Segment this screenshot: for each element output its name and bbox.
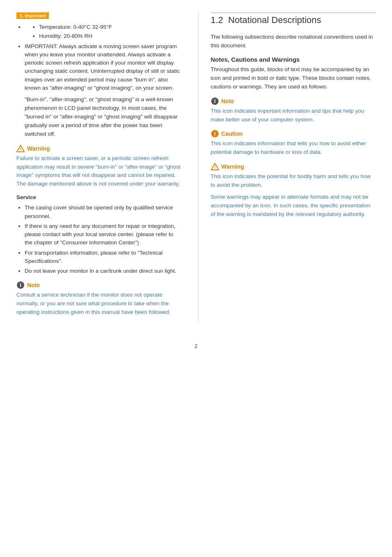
- left-column: 1. Important Temperature: 0-40°C 32-95°F…: [16, 12, 186, 323]
- note-text-right: This icon indicates important informatio…: [211, 107, 376, 124]
- svg-text:!: !: [214, 165, 215, 170]
- caution-icon-right: [211, 130, 219, 138]
- page-number: 2: [0, 343, 392, 349]
- warning-text-right-1: This icon indicates the potential for bo…: [211, 172, 376, 190]
- note-icon-right: [211, 97, 219, 105]
- important-text-2: "Burn-in", "after-imaging", or "ghost im…: [25, 95, 182, 139]
- note-title-right: Note: [211, 97, 376, 105]
- subtitle-text: Throughout this guide, blocks of text ma…: [211, 65, 376, 91]
- important-badge: 1. Important: [16, 12, 49, 19]
- humidity-item: Humidity: 20-80% RH: [39, 32, 182, 40]
- note-icon-1: [16, 281, 25, 289]
- svg-rect-6: [214, 100, 215, 103]
- notes-cautions-subtitle: Notes, Cautions and Warnings: [211, 56, 376, 63]
- service-item-4: Do not leave your monitor in a car/trunk…: [25, 267, 182, 275]
- warning-title-right: ! Warning: [211, 162, 376, 171]
- service-item-3: For transportation information, please r…: [25, 249, 182, 266]
- caution-block-right: Caution This icon indicates information …: [211, 130, 376, 157]
- warning-block-right: ! Warning This icon indicates the potent…: [211, 162, 376, 219]
- service-section: Service The casing cover should be opene…: [16, 194, 182, 275]
- section-title: 1.2 Notational Descriptions: [211, 12, 376, 28]
- warning-text-right-2: Some warnings may appear in alternate fo…: [211, 193, 376, 219]
- temp-item: Temperature: 0-40°C 32-95°F: [39, 23, 182, 31]
- warning-title-1: ! Warning: [16, 144, 182, 153]
- note-block-right: Note This icon indicates important infor…: [211, 97, 376, 124]
- caution-text-right: This icon indicates information that tel…: [211, 139, 376, 157]
- warning-icon-1: !: [16, 144, 25, 153]
- svg-text:!: !: [20, 147, 21, 152]
- svg-rect-4: [20, 283, 21, 284]
- note-title-1: Note: [16, 281, 182, 289]
- service-title: Service: [16, 194, 182, 200]
- right-column: 1.2 Notational Descriptions The followin…: [198, 12, 376, 323]
- warning-icon-right: !: [211, 162, 219, 171]
- svg-rect-9: [214, 132, 215, 135]
- svg-rect-7: [214, 99, 215, 100]
- warning-block-1: ! Warning Failure to activate a screen s…: [16, 144, 182, 189]
- important-text-1: IMPORTANT: Always activate a moving scre…: [25, 42, 182, 139]
- note-block-1: Note Consult a service technician if the…: [16, 281, 182, 317]
- svg-rect-10: [214, 135, 215, 136]
- note-text-1: Consult a service technician if the moni…: [16, 291, 182, 317]
- intro-text: The following subsections describe notat…: [211, 33, 376, 50]
- service-item-2: If there is any need for any document fo…: [25, 222, 182, 247]
- caution-title-right: Caution: [211, 130, 376, 138]
- service-item-1: The casing cover should be opened only b…: [25, 204, 182, 220]
- warning-text-1: Failure to activate a screen saver, or a…: [16, 154, 182, 189]
- svg-rect-3: [20, 284, 21, 287]
